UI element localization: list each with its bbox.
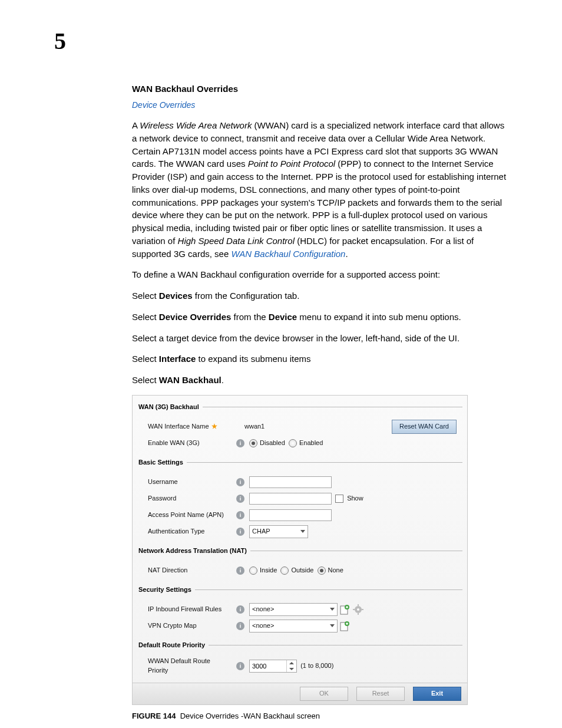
auth-type-select[interactable]: CHAP: [249, 525, 308, 538]
chevron-down-icon: [330, 624, 335, 627]
drp-hint: (1 to 8,000): [300, 661, 333, 671]
exit-button[interactable]: Exit: [413, 687, 461, 701]
legend-nat: Network Address Translation (NAT): [137, 546, 250, 556]
password-input[interactable]: [249, 493, 332, 505]
password-label: Password: [137, 494, 232, 503]
show-password-checkbox[interactable]: [335, 495, 343, 503]
info-icon[interactable]: i: [236, 605, 244, 614]
info-icon[interactable]: i: [236, 439, 244, 447]
enable-wan-disabled-radio[interactable]: [249, 439, 257, 447]
firewall-rules-label: IP Inbound Firewall Rules: [137, 605, 232, 614]
reset-button[interactable]: Reset: [356, 687, 405, 701]
required-star-icon: ★: [211, 423, 217, 430]
wan-backhaul-config-link[interactable]: WAN Backhaul Configuration: [231, 249, 345, 259]
section-heading: WAN Backhaul Overrides: [132, 83, 508, 95]
spinner-down-icon[interactable]: [287, 666, 296, 672]
group-wan-3g-backhaul: WAN (3G) Backhaul WAN Interface Name★ ww…: [137, 403, 462, 452]
add-rule-icon[interactable]: [340, 604, 351, 615]
vpn-crypto-label: VPN Crypto Map: [137, 621, 232, 631]
info-icon[interactable]: i: [236, 566, 244, 575]
breadcrumb[interactable]: Device Overrides: [132, 99, 508, 111]
username-input[interactable]: [249, 476, 332, 488]
firewall-rules-select[interactable]: <none>: [249, 603, 338, 616]
reset-wan-card-button[interactable]: Reset WAN Card: [392, 420, 457, 434]
group-basic-settings: Basic Settings Username i Password i Sho…: [137, 458, 462, 541]
add-crypto-icon[interactable]: [340, 621, 351, 631]
wan-iface-value: wwan1: [244, 422, 265, 431]
wan-backhaul-panel: WAN (3G) Backhaul WAN Interface Name★ ww…: [132, 395, 468, 706]
info-icon[interactable]: i: [236, 528, 244, 536]
legend-basic: Basic Settings: [137, 458, 187, 467]
step-4: Select Interface to expand its submenu i…: [132, 353, 508, 365]
nat-outside-radio[interactable]: [280, 566, 289, 575]
step-1: Select Devices from the Configuration ta…: [132, 289, 508, 302]
group-security: Security Settings IP Inbound Firewall Ru…: [137, 585, 462, 635]
group-nat: Network Address Translation (NAT) NAT Di…: [137, 546, 462, 579]
apn-label: Access Point Name (APN): [137, 510, 232, 520]
info-icon[interactable]: i: [236, 495, 244, 503]
chapter-number: 5: [54, 29, 66, 53]
username-label: Username: [137, 477, 232, 487]
spinner-up-icon[interactable]: [287, 660, 296, 666]
enable-wan-enabled-radio[interactable]: [289, 439, 297, 447]
auth-type-label: Authentication Type: [137, 527, 232, 536]
figure-caption: FIGURE 144 Device Overrides -WAN Backhau…: [132, 711, 508, 722]
step-5: Select WAN Backhaul.: [132, 374, 508, 387]
legend-wan-3g: WAN (3G) Backhaul: [137, 403, 203, 412]
enable-wan-label: Enable WAN (3G): [137, 439, 232, 448]
panel-footer: OK Reset Exit: [133, 683, 467, 704]
paragraph-intro: A Wireless Wide Area Network (WWAN) card…: [132, 119, 508, 260]
chevron-down-icon: [300, 530, 305, 533]
paragraph-task: To define a WAN Backhaul configuration o…: [132, 268, 508, 281]
manage-rule-icon[interactable]: [353, 604, 363, 615]
info-icon[interactable]: i: [236, 622, 244, 630]
info-icon[interactable]: i: [236, 662, 244, 670]
chevron-down-icon: [330, 608, 335, 611]
vpn-crypto-select[interactable]: <none>: [249, 620, 338, 633]
nat-direction-label: NAT Direction: [137, 566, 232, 575]
info-icon[interactable]: i: [236, 478, 244, 486]
wan-iface-label: WAN Interface Name★: [137, 422, 232, 431]
step-3: Select a target device from the device b…: [132, 332, 508, 345]
info-icon[interactable]: i: [236, 511, 244, 519]
step-2: Select Device Overrides from the Device …: [132, 311, 508, 324]
drp-spinner[interactable]: [249, 660, 297, 673]
nat-inside-radio[interactable]: [249, 566, 257, 575]
drp-input[interactable]: [250, 660, 286, 672]
drp-label: WWAN Default Route Priority: [137, 657, 232, 676]
ok-button[interactable]: OK: [300, 687, 348, 701]
nat-none-radio[interactable]: [318, 566, 326, 575]
svg-point-3: [357, 608, 359, 611]
apn-input[interactable]: [249, 509, 332, 521]
group-default-route: Default Route Priority WWAN Default Rout…: [137, 641, 462, 677]
legend-drp: Default Route Priority: [137, 641, 209, 650]
legend-security: Security Settings: [137, 585, 195, 595]
